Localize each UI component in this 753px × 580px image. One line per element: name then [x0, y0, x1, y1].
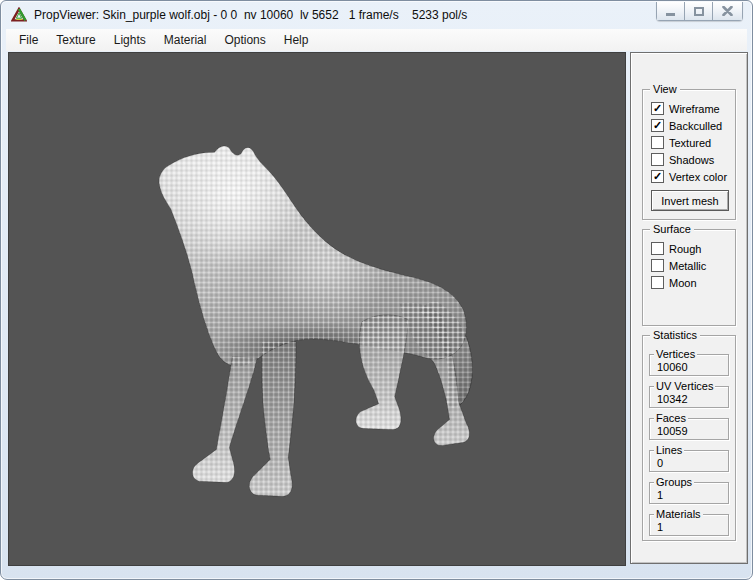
propviewer-window: PropViewer: Skin_purple wolf.obj - 0 0 n…	[0, 0, 753, 580]
view-group: View ✓ Wireframe ✓ Backculled Textured S…	[642, 89, 736, 220]
menu-lights[interactable]: Lights	[105, 30, 155, 50]
shadows-row: Shadows	[643, 151, 735, 168]
groups-box: Groups 1	[649, 482, 729, 504]
moon-row: Moon	[643, 274, 735, 291]
minimize-icon	[666, 13, 675, 16]
maximize-button[interactable]	[684, 2, 713, 21]
backculled-label: Backculled	[669, 120, 722, 132]
vertices-box: Vertices 10060	[649, 354, 729, 376]
vertex-color-checkbox[interactable]: ✓	[651, 170, 664, 183]
moon-label: Moon	[669, 277, 697, 289]
wireframe-label: Wireframe	[669, 103, 720, 115]
app-triangle-icon	[11, 7, 27, 23]
menu-file[interactable]: File	[10, 30, 47, 50]
rough-row: Rough	[643, 240, 735, 257]
close-icon	[722, 6, 733, 16]
faces-label: Faces	[654, 412, 688, 425]
metallic-row: Metallic	[643, 257, 735, 274]
statistics-group-title: Statistics	[650, 329, 700, 342]
window-controls	[656, 2, 743, 21]
menu-options[interactable]: Options	[215, 30, 274, 50]
maximize-icon	[694, 7, 704, 16]
menubar: File Texture Lights Material Options Hel…	[6, 29, 747, 51]
groups-label: Groups	[654, 476, 694, 489]
shadows-checkbox[interactable]	[651, 153, 664, 166]
wireframe-row: ✓ Wireframe	[643, 100, 735, 117]
metallic-label: Metallic	[669, 260, 706, 272]
backculled-row: ✓ Backculled	[643, 117, 735, 134]
titlebar: PropViewer: Skin_purple wolf.obj - 0 0 n…	[1, 1, 752, 29]
textured-label: Textured	[669, 137, 711, 149]
backculled-checkbox[interactable]: ✓	[651, 119, 664, 132]
lines-box: Lines 0	[649, 450, 729, 472]
surface-group: Surface Rough Metallic Moon	[642, 229, 736, 326]
statistics-group: Statistics Vertices 10060 UV Vertices 10…	[642, 335, 736, 541]
vertex-color-label: Vertex color	[669, 171, 727, 183]
rough-checkbox[interactable]	[651, 242, 664, 255]
menu-help[interactable]: Help	[275, 30, 318, 50]
menu-material[interactable]: Material	[155, 30, 216, 50]
invert-mesh-button[interactable]: Invert mesh	[651, 190, 729, 211]
control-panel: View ✓ Wireframe ✓ Backculled Textured S…	[630, 52, 748, 564]
surface-group-title: Surface	[650, 223, 694, 236]
minimize-button[interactable]	[656, 2, 685, 21]
shadows-label: Shadows	[669, 154, 714, 166]
vertex-color-row: ✓ Vertex color	[643, 168, 735, 185]
materials-label: Materials	[654, 508, 703, 521]
menu-texture[interactable]: Texture	[47, 30, 104, 50]
vertices-label: Vertices	[654, 348, 697, 361]
metallic-checkbox[interactable]	[651, 259, 664, 272]
view-group-title: View	[650, 83, 680, 96]
wireframe-checkbox[interactable]: ✓	[651, 102, 664, 115]
lines-label: Lines	[654, 444, 684, 457]
moon-checkbox[interactable]	[651, 276, 664, 289]
wolf-model-wireframe	[9, 53, 625, 565]
window-title: PropViewer: Skin_purple wolf.obj - 0 0 n…	[34, 8, 467, 22]
close-button[interactable]	[712, 2, 743, 21]
3d-viewport[interactable]	[8, 52, 626, 566]
uv-vertices-box: UV Vertices 10342	[649, 386, 729, 408]
textured-row: Textured	[643, 134, 735, 151]
materials-box: Materials 1	[649, 514, 729, 536]
textured-checkbox[interactable]	[651, 136, 664, 149]
uv-vertices-label: UV Vertices	[654, 380, 715, 393]
rough-label: Rough	[669, 243, 701, 255]
faces-box: Faces 10059	[649, 418, 729, 440]
